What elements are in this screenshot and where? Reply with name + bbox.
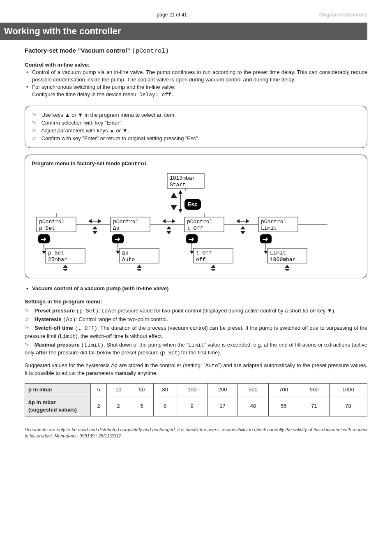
svg-marker-44	[166, 231, 171, 234]
svg-marker-27	[92, 226, 97, 229]
svg-marker-6	[178, 190, 182, 194]
pointer-icon: ☞	[25, 307, 33, 314]
svg-text:Limit: Limit	[261, 225, 277, 231]
svg-marker-23	[63, 269, 68, 271]
svg-text:pControl: pControl	[261, 219, 287, 225]
doc-type-label: Original instructions	[319, 12, 367, 18]
svg-text:pControl: pControl	[113, 219, 139, 225]
section-banner: Working with the controller	[0, 23, 367, 40]
svg-text:Limit: Limit	[270, 250, 286, 256]
pointer-icon: ☞	[25, 324, 33, 332]
pointer-icon: ☞	[25, 341, 33, 349]
svg-text:off: off	[196, 257, 205, 263]
pointer-icon: ☞	[32, 127, 40, 134]
svg-marker-28	[92, 231, 97, 234]
svg-text:t Off: t Off	[187, 225, 203, 231]
svg-marker-43	[166, 226, 171, 229]
svg-text:Auto: Auto	[122, 257, 135, 263]
svg-text:1013mbar: 1013mbar	[170, 175, 195, 181]
settings-list: ☞ Preset pressure (p Set): Lower pressur…	[25, 307, 367, 357]
svg-marker-42	[172, 219, 175, 223]
instruction-box: ☞ Use keys ▲ or ▼ in the program menu to…	[25, 106, 367, 148]
svg-text:p Set: p Set	[48, 250, 64, 256]
svg-marker-3	[171, 192, 177, 198]
svg-marker-58	[246, 219, 249, 223]
svg-text:pControl: pControl	[187, 219, 213, 225]
svg-text:Start: Start	[170, 182, 186, 188]
hysteresis-table: p in mbar 51050801002005007009001000 ∆p …	[25, 383, 367, 417]
svg-marker-57	[236, 219, 240, 223]
table-row: ∆p in mbar(suggested values) 22589174055…	[25, 396, 367, 416]
svg-marker-7	[178, 209, 182, 213]
svg-text:∆p: ∆p	[122, 250, 129, 256]
svg-marker-38	[137, 265, 142, 268]
control-bullet-1: Control of a vacuum pump via an in-line …	[25, 69, 367, 83]
svg-marker-55	[211, 269, 216, 271]
page-number: page 21 of 41	[157, 12, 187, 18]
pointer-icon: ☞	[32, 135, 40, 142]
svg-text:pControl: pControl	[39, 219, 65, 225]
svg-marker-71	[285, 269, 290, 271]
vacuum-control-bullet: Vacuum control of a vacuum pump (with in…	[25, 285, 367, 292]
factory-mode-heading: Factory-set mode ”Vacuum control” (pCont…	[25, 46, 367, 56]
pointer-icon: ☞	[32, 111, 40, 119]
control-block: Control with in-line valve: Control of a…	[25, 61, 367, 99]
svg-text:1060mbar: 1060mbar	[270, 257, 295, 263]
svg-marker-41	[162, 219, 166, 223]
footer-note: Documents are only to be used and distri…	[25, 424, 367, 439]
pointer-icon: ☞	[32, 119, 40, 127]
svg-text:t Off: t Off	[196, 250, 212, 256]
control-bullet-2: For synchronous switching of the pump an…	[25, 83, 367, 99]
table-row: p in mbar 51050801002005007009001000	[25, 383, 367, 396]
svg-marker-59	[240, 226, 245, 229]
svg-marker-60	[240, 231, 245, 234]
svg-text:25mbar: 25mbar	[48, 257, 67, 263]
svg-marker-26	[98, 219, 101, 223]
svg-marker-54	[211, 265, 216, 268]
pointer-icon: ☞	[25, 316, 33, 323]
svg-text:∆p: ∆p	[113, 225, 120, 231]
svg-marker-70	[285, 265, 290, 268]
suggested-values-paragraph: Suggested values for the hysteresis ∆p a…	[25, 362, 367, 377]
svg-marker-4	[171, 205, 177, 210]
svg-marker-25	[88, 219, 92, 223]
program-menu-diagram: 1013mbar Start Esc pControl p Set p Set …	[32, 172, 352, 271]
settings-heading: Settings in the program menu:	[25, 298, 367, 305]
svg-marker-39	[137, 269, 142, 271]
svg-text:p Set: p Set	[39, 225, 55, 231]
svg-text:Esc: Esc	[187, 201, 198, 208]
svg-marker-21	[63, 265, 68, 268]
diagram-box: Program menu in factory-set mode pContro…	[25, 155, 367, 278]
